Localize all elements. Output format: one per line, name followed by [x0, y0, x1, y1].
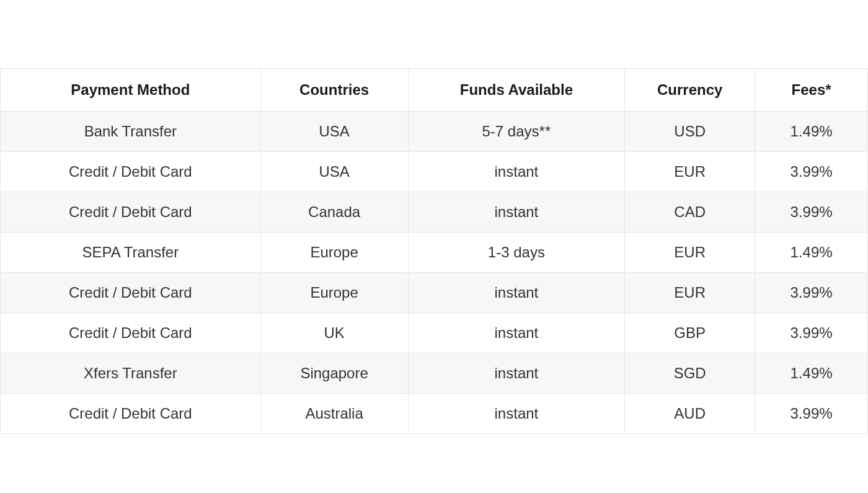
cell-payment-method: Credit / Debit Card: [1, 192, 261, 233]
payment-methods-table-container: Payment Method Countries Funds Available…: [0, 68, 868, 434]
cell-countries: Canada: [260, 192, 408, 233]
cell-countries: USA: [260, 112, 408, 152]
cell-fees: 3.99%: [755, 394, 868, 434]
cell-payment-method: Credit / Debit Card: [1, 313, 261, 353]
table-row: Credit / Debit Card USA instant EUR 3.99…: [1, 152, 868, 192]
cell-payment-method: Credit / Debit Card: [1, 273, 261, 313]
cell-payment-method: SEPA Transfer: [1, 233, 261, 273]
cell-fees: 3.99%: [755, 192, 868, 233]
table-body: Bank Transfer USA 5-7 days** USD 1.49% C…: [1, 112, 868, 434]
cell-currency: SGD: [625, 353, 755, 394]
header-fees: Fees*: [755, 69, 868, 112]
cell-payment-method: Xfers Transfer: [1, 353, 261, 394]
table-header-row: Payment Method Countries Funds Available…: [1, 69, 868, 112]
payment-methods-table: Payment Method Countries Funds Available…: [0, 68, 868, 434]
cell-payment-method: Credit / Debit Card: [1, 394, 261, 434]
cell-currency: EUR: [625, 233, 755, 273]
cell-currency: AUD: [625, 394, 755, 434]
cell-fees: 1.49%: [755, 112, 868, 152]
cell-countries: Europe: [260, 273, 408, 313]
cell-fees: 3.99%: [755, 313, 868, 353]
cell-currency: EUR: [625, 152, 755, 192]
cell-currency: CAD: [625, 192, 755, 233]
cell-countries: Australia: [260, 394, 408, 434]
cell-funds-available: instant: [408, 353, 625, 394]
table-row: Credit / Debit Card Canada instant CAD 3…: [1, 192, 868, 233]
cell-countries: USA: [260, 152, 408, 192]
cell-currency: USD: [625, 112, 755, 152]
cell-funds-available: 1-3 days: [408, 233, 625, 273]
table-row: Credit / Debit Card Europe instant EUR 3…: [1, 273, 868, 313]
header-payment-method: Payment Method: [1, 69, 261, 112]
cell-currency: EUR: [625, 273, 755, 313]
header-currency: Currency: [625, 69, 755, 112]
cell-countries: UK: [260, 313, 408, 353]
cell-countries: Europe: [260, 233, 408, 273]
cell-currency: GBP: [625, 313, 755, 353]
cell-fees: 3.99%: [755, 273, 868, 313]
cell-funds-available: instant: [408, 192, 625, 233]
cell-payment-method: Credit / Debit Card: [1, 152, 261, 192]
cell-fees: 3.99%: [755, 152, 868, 192]
header-funds-available: Funds Available: [408, 69, 625, 112]
header-countries: Countries: [260, 69, 408, 112]
table-row: Credit / Debit Card UK instant GBP 3.99%: [1, 313, 868, 353]
cell-fees: 1.49%: [755, 353, 868, 394]
cell-funds-available: instant: [408, 273, 625, 313]
cell-funds-available: instant: [408, 394, 625, 434]
table-row: SEPA Transfer Europe 1-3 days EUR 1.49%: [1, 233, 868, 273]
cell-funds-available: 5-7 days**: [408, 112, 625, 152]
cell-fees: 1.49%: [755, 233, 868, 273]
table-row: Credit / Debit Card Australia instant AU…: [1, 394, 868, 434]
cell-funds-available: instant: [408, 152, 625, 192]
cell-payment-method: Bank Transfer: [1, 112, 261, 152]
table-row: Xfers Transfer Singapore instant SGD 1.4…: [1, 353, 868, 394]
cell-countries: Singapore: [260, 353, 408, 394]
table-row: Bank Transfer USA 5-7 days** USD 1.49%: [1, 112, 868, 152]
cell-funds-available: instant: [408, 313, 625, 353]
